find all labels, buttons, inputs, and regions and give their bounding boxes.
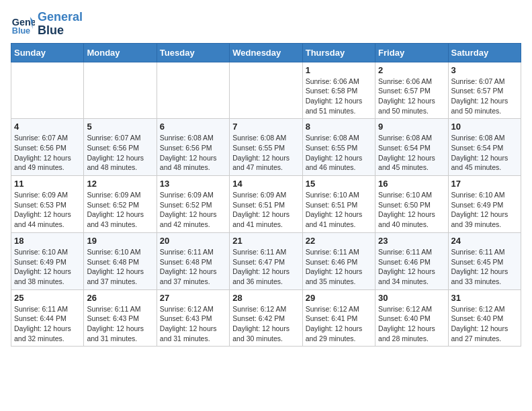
calendar: SundayMondayTuesdayWednesdayThursdayFrid… [11,43,521,347]
calendar-cell: 11Sunrise: 6:09 AM Sunset: 6:53 PM Dayli… [11,176,84,233]
day-info: Sunrise: 6:07 AM Sunset: 6:56 PM Dayligh… [14,133,81,173]
calendar-week-1: 1Sunrise: 6:06 AM Sunset: 6:58 PM Daylig… [11,62,521,119]
day-number: 19 [87,236,153,246]
header-saturday: Saturday [448,43,521,62]
calendar-cell: 5Sunrise: 6:07 AM Sunset: 6:56 PM Daylig… [84,119,157,176]
day-info: Sunrise: 6:08 AM Sunset: 6:55 PM Dayligh… [232,133,299,173]
day-number: 20 [160,236,226,246]
calendar-week-3: 11Sunrise: 6:09 AM Sunset: 6:53 PM Dayli… [11,176,521,233]
calendar-cell: 3Sunrise: 6:07 AM Sunset: 6:57 PM Daylig… [448,62,521,119]
calendar-cell: 6Sunrise: 6:08 AM Sunset: 6:56 PM Daylig… [157,119,229,176]
day-number: 5 [87,122,153,132]
day-info: Sunrise: 6:11 AM Sunset: 6:44 PM Dayligh… [14,304,81,344]
calendar-cell: 24Sunrise: 6:11 AM Sunset: 6:45 PM Dayli… [448,232,521,289]
calendar-cell: 31Sunrise: 6:12 AM Sunset: 6:40 PM Dayli… [448,289,521,347]
day-info: Sunrise: 6:08 AM Sunset: 6:54 PM Dayligh… [378,133,445,173]
calendar-cell: 30Sunrise: 6:12 AM Sunset: 6:40 PM Dayli… [375,289,448,347]
day-number: 14 [232,179,299,189]
day-info: Sunrise: 6:11 AM Sunset: 6:46 PM Dayligh… [378,247,445,287]
calendar-cell: 28Sunrise: 6:12 AM Sunset: 6:42 PM Dayli… [230,289,302,347]
logo: General Blue General Blue [11,11,83,38]
calendar-cell: 7Sunrise: 6:08 AM Sunset: 6:55 PM Daylig… [230,119,302,176]
day-info: Sunrise: 6:11 AM Sunset: 6:48 PM Dayligh… [160,247,226,287]
day-number: 21 [232,236,299,246]
calendar-cell: 19Sunrise: 6:10 AM Sunset: 6:48 PM Dayli… [84,232,157,289]
day-number: 6 [160,122,226,132]
day-info: Sunrise: 6:08 AM Sunset: 6:55 PM Dayligh… [306,133,372,173]
calendar-cell: 18Sunrise: 6:10 AM Sunset: 6:49 PM Dayli… [11,232,84,289]
calendar-cell: 16Sunrise: 6:10 AM Sunset: 6:50 PM Dayli… [375,176,448,233]
day-number: 18 [14,236,81,246]
day-info: Sunrise: 6:07 AM Sunset: 6:57 PM Dayligh… [451,77,518,116]
calendar-cell: 10Sunrise: 6:08 AM Sunset: 6:54 PM Dayli… [448,119,521,176]
day-number: 27 [160,293,226,303]
calendar-cell [230,62,302,119]
calendar-week-5: 25Sunrise: 6:11 AM Sunset: 6:44 PM Dayli… [11,289,521,347]
day-number: 8 [306,122,372,132]
day-number: 11 [14,179,81,189]
calendar-cell: 4Sunrise: 6:07 AM Sunset: 6:56 PM Daylig… [11,119,84,176]
calendar-cell [84,62,157,119]
header-wednesday: Wednesday [230,43,302,62]
day-number: 15 [306,179,372,189]
day-number: 30 [378,293,445,303]
calendar-cell: 22Sunrise: 6:11 AM Sunset: 6:46 PM Dayli… [302,232,375,289]
logo-text-line1: General [38,11,83,24]
header-thursday: Thursday [302,43,375,62]
day-info: Sunrise: 6:11 AM Sunset: 6:43 PM Dayligh… [87,304,153,344]
calendar-cell: 29Sunrise: 6:12 AM Sunset: 6:41 PM Dayli… [302,289,375,347]
day-info: Sunrise: 6:09 AM Sunset: 6:53 PM Dayligh… [14,190,81,230]
day-number: 4 [14,122,81,132]
day-number: 1 [306,65,372,75]
calendar-cell: 26Sunrise: 6:11 AM Sunset: 6:43 PM Dayli… [84,289,157,347]
day-info: Sunrise: 6:10 AM Sunset: 6:49 PM Dayligh… [451,190,518,230]
day-info: Sunrise: 6:11 AM Sunset: 6:47 PM Dayligh… [232,247,299,287]
svg-text:Blue: Blue [12,26,30,36]
day-info: Sunrise: 6:12 AM Sunset: 6:42 PM Dayligh… [232,304,299,344]
header: General Blue General Blue [11,11,521,38]
day-info: Sunrise: 6:12 AM Sunset: 6:40 PM Dayligh… [451,304,518,344]
logo-text-line2: Blue [38,24,83,38]
calendar-cell: 15Sunrise: 6:10 AM Sunset: 6:51 PM Dayli… [302,176,375,233]
day-number: 22 [306,236,372,246]
day-info: Sunrise: 6:06 AM Sunset: 6:58 PM Dayligh… [306,77,372,116]
day-info: Sunrise: 6:08 AM Sunset: 6:56 PM Dayligh… [160,133,226,173]
day-number: 10 [451,122,518,132]
day-number: 31 [451,293,518,303]
day-info: Sunrise: 6:09 AM Sunset: 6:51 PM Dayligh… [232,190,299,230]
day-info: Sunrise: 6:07 AM Sunset: 6:56 PM Dayligh… [87,133,153,173]
calendar-cell: 13Sunrise: 6:09 AM Sunset: 6:52 PM Dayli… [157,176,229,233]
day-info: Sunrise: 6:08 AM Sunset: 6:54 PM Dayligh… [451,133,518,173]
calendar-cell: 17Sunrise: 6:10 AM Sunset: 6:49 PM Dayli… [448,176,521,233]
day-info: Sunrise: 6:11 AM Sunset: 6:46 PM Dayligh… [306,247,372,287]
day-number: 25 [14,293,81,303]
calendar-cell: 1Sunrise: 6:06 AM Sunset: 6:58 PM Daylig… [302,62,375,119]
day-number: 17 [451,179,518,189]
day-number: 2 [378,65,445,75]
header-tuesday: Tuesday [157,43,229,62]
calendar-cell: 2Sunrise: 6:06 AM Sunset: 6:57 PM Daylig… [375,62,448,119]
calendar-cell: 25Sunrise: 6:11 AM Sunset: 6:44 PM Dayli… [11,289,84,347]
day-number: 23 [378,236,445,246]
day-info: Sunrise: 6:10 AM Sunset: 6:50 PM Dayligh… [378,190,445,230]
day-number: 12 [87,179,153,189]
day-number: 3 [451,65,518,75]
calendar-week-4: 18Sunrise: 6:10 AM Sunset: 6:49 PM Dayli… [11,232,521,289]
header-friday: Friday [375,43,448,62]
day-info: Sunrise: 6:12 AM Sunset: 6:40 PM Dayligh… [378,304,445,344]
day-number: 26 [87,293,153,303]
calendar-cell: 8Sunrise: 6:08 AM Sunset: 6:55 PM Daylig… [302,119,375,176]
day-info: Sunrise: 6:06 AM Sunset: 6:57 PM Dayligh… [378,77,445,116]
day-number: 7 [232,122,299,132]
day-number: 9 [378,122,445,132]
day-info: Sunrise: 6:09 AM Sunset: 6:52 PM Dayligh… [160,190,226,230]
calendar-cell [157,62,229,119]
day-info: Sunrise: 6:10 AM Sunset: 6:49 PM Dayligh… [14,247,81,287]
header-monday: Monday [84,43,157,62]
calendar-header: SundayMondayTuesdayWednesdayThursdayFrid… [11,43,521,62]
calendar-cell [11,62,84,119]
calendar-cell: 21Sunrise: 6:11 AM Sunset: 6:47 PM Dayli… [230,232,302,289]
logo-icon: General Blue [11,12,35,36]
day-info: Sunrise: 6:12 AM Sunset: 6:41 PM Dayligh… [306,304,372,344]
calendar-cell: 20Sunrise: 6:11 AM Sunset: 6:48 PM Dayli… [157,232,229,289]
